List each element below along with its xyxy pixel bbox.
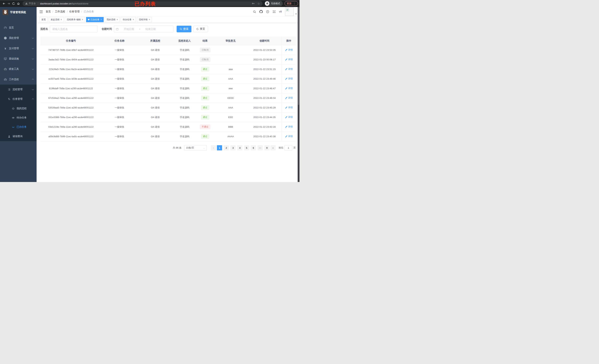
next-page-button[interactable]: ›: [271, 145, 276, 151]
sidebar-item-done-tasks[interactable]: 已办任务: [0, 122, 36, 132]
cell-task-name: 一级审批: [102, 122, 137, 132]
end-date-input[interactable]: [141, 27, 160, 31]
breadcrumb-task-mgmt[interactable]: 任务管理: [69, 10, 80, 13]
goto-page-input[interactable]: [284, 145, 292, 151]
tab-tag[interactable]: 待办任务 ×: [121, 17, 136, 22]
incognito-badge[interactable]: 无痕模式: [264, 1, 283, 6]
search-button[interactable]: 搜索: [177, 26, 191, 32]
github-icon[interactable]: [259, 10, 263, 13]
close-icon[interactable]: ×: [100, 18, 102, 21]
app-logo-row[interactable]: 芋道管理系统: [0, 7, 36, 17]
page-button[interactable]: 4: [237, 145, 242, 151]
browser-menu-icon[interactable]: ⋮: [293, 2, 296, 5]
browser-update-button[interactable]: 更新 ⋮: [284, 1, 298, 6]
table-row: 3adac3d2-7b9d-11ec-8404-acde48001122 一级审…: [40, 55, 296, 64]
browser-back-icon[interactable]: [1, 1, 6, 6]
sidebar-item-todo-tasks[interactable]: 待办任务: [0, 113, 36, 122]
pagination: 共 86 条 10条/页 ⌄ ‹ 1 2 3: [40, 145, 296, 151]
tab-tag[interactable]: 我的流程 ×: [105, 17, 120, 22]
sidebar-item-home[interactable]: 首页: [0, 23, 36, 33]
scrollbar-thumb[interactable]: [298, 7, 299, 105]
edit-icon: [285, 87, 287, 90]
detail-link[interactable]: 详情: [285, 58, 293, 61]
browser-reload-icon[interactable]: [11, 1, 16, 6]
site-security-section[interactable]: 不安全: [25, 2, 36, 5]
sidebar-item-workflow[interactable]: 工作流程: [0, 74, 36, 85]
page-button[interactable]: ···: [257, 145, 263, 151]
sidebar-item-task-mgmt[interactable]: 任务管理: [0, 94, 36, 104]
gear-icon: [4, 36, 7, 40]
browser-forward-icon[interactable]: [6, 1, 11, 6]
detail-link[interactable]: 详情: [285, 135, 293, 138]
avatar[interactable]: [285, 7, 294, 16]
browser-scrollbar[interactable]: [298, 7, 300, 182]
cell-created: 2022-01-22 23:46:04: [247, 93, 282, 103]
sidebar-item-infra[interactable]: 基础设施: [0, 53, 36, 64]
process-name-input[interactable]: [50, 26, 97, 33]
cell-starter: 芋道源码: [173, 132, 196, 141]
tab-tag[interactable]: 首页 ×: [40, 17, 48, 22]
detail-link[interactable]: 详情: [285, 115, 293, 119]
sidebar-item-my-process[interactable]: 我的流程: [0, 104, 36, 113]
search-icon[interactable]: [253, 10, 256, 13]
sidebar-item-devtools[interactable]: 研发工具: [0, 64, 36, 74]
reset-button[interactable]: 重置: [193, 26, 208, 32]
avatar-caret-icon[interactable]: ▾: [295, 13, 297, 15]
create-time-label: 创建时间: [102, 27, 112, 31]
detail-link[interactable]: 详情: [285, 96, 293, 100]
tab-tag[interactable]: 发起流程 ×: [49, 17, 64, 22]
close-icon[interactable]: ×: [133, 18, 134, 21]
sidebar-item-payment[interactable]: ¥ 支付管理: [0, 43, 36, 53]
prev-page-button[interactable]: ‹: [211, 145, 216, 151]
hamburger-icon[interactable]: [40, 10, 43, 13]
bookmark-star-icon[interactable]: ☆: [257, 2, 260, 5]
cell-result: 已取消: [196, 45, 214, 55]
page-size-select[interactable]: 10条/页 ⌄: [184, 145, 207, 151]
incognito-label: 无痕模式: [271, 2, 280, 5]
fullscreen-icon[interactable]: [273, 10, 276, 13]
table-row: 03d1219e-7b9a-11ec-a290-acde48001122 一级审…: [40, 122, 296, 132]
page-button[interactable]: 6: [251, 145, 256, 151]
page-button[interactable]: 9: [264, 145, 270, 151]
breadcrumb: 首页 / 工作流程 / 任务管理 / 已办任务: [46, 10, 94, 13]
tab-tag[interactable]: 流程表单-编辑 ×: [65, 17, 85, 22]
cell-opinion: AAAA: [214, 132, 247, 141]
detail-link[interactable]: 详情: [285, 48, 293, 52]
sidebar-item-leave-query[interactable]: 请假查询: [0, 132, 36, 141]
page-button[interactable]: 1: [217, 145, 222, 151]
cell-result: 通过: [196, 93, 214, 103]
start-date-input[interactable]: [119, 27, 139, 31]
font-size-icon[interactable]: TT: [279, 10, 282, 13]
breadcrumb-home[interactable]: 首页: [46, 10, 51, 13]
cell-starter: 芋道源码: [173, 45, 196, 55]
close-icon[interactable]: ×: [82, 18, 83, 21]
cell-task-name: 一级审批: [102, 64, 137, 74]
page-button[interactable]: 2: [224, 145, 229, 151]
date-range-picker[interactable]: -: [114, 26, 173, 33]
cell-starter: 芋道源码: [173, 122, 196, 132]
page-button[interactable]: 3: [230, 145, 236, 151]
close-icon[interactable]: ×: [61, 18, 62, 21]
sidebar-item-process-mgmt[interactable]: 流程管理: [0, 85, 36, 94]
sidebar-item-system[interactable]: 系统管理: [0, 33, 36, 43]
goto-page: 前往 页: [279, 145, 296, 151]
close-icon[interactable]: ×: [149, 18, 150, 21]
key-icon[interactable]: [252, 2, 255, 5]
tab-tag[interactable]: 已办任务 ×: [86, 17, 104, 22]
cell-actions: 详情: [282, 55, 296, 64]
cell-starter: 芋道源码: [173, 84, 196, 93]
breadcrumb-workflow[interactable]: 工作流程: [55, 10, 65, 13]
detail-link[interactable]: 详情: [285, 106, 293, 109]
tab-tag[interactable]: 流程详情 ×: [137, 17, 152, 22]
detail-link[interactable]: 详情: [285, 77, 293, 80]
page-button[interactable]: 5: [244, 145, 249, 151]
cell-task-name: 一级审批: [102, 74, 137, 84]
detail-link[interactable]: 详情: [285, 125, 293, 128]
edit-icon: [285, 126, 287, 128]
detail-link[interactable]: 详情: [285, 87, 293, 90]
close-icon[interactable]: ×: [117, 18, 118, 21]
browser-home-icon[interactable]: [16, 1, 21, 6]
cell-task-name: 一级审批: [102, 132, 137, 141]
detail-link[interactable]: 详情: [285, 67, 293, 71]
help-icon[interactable]: ?: [266, 10, 269, 13]
